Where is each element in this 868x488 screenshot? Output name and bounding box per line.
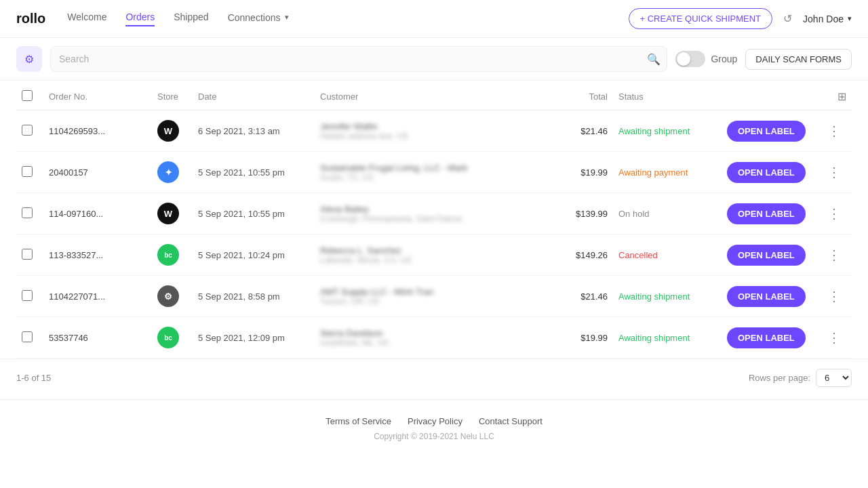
more-menu-cell-0: ⋮ <box>816 110 852 152</box>
store-icon-2: W <box>157 203 179 224</box>
search-wrapper: 🔍 <box>50 46 667 72</box>
column-settings-icon[interactable]: ⊞ <box>837 91 846 102</box>
order-date-3: 5 Sep 2021, 10:24 pm <box>193 235 315 276</box>
navbar-left: rollo Welcome Orders Shipped Connections… <box>16 11 289 26</box>
order-number-5: 53537746 <box>43 317 152 359</box>
rows-per-page-wrap: Rows per page: 6 10 25 50 <box>749 369 852 387</box>
footer-links: Terms of Service Privacy Policy Contact … <box>16 416 852 426</box>
store-icon-cell-2: W <box>152 193 193 235</box>
th-store: Store <box>152 81 193 110</box>
logo: rollo <box>16 11 45 26</box>
table-row: 1104269593... W 6 Sep 2021, 3:13 am Jenn… <box>16 110 852 152</box>
navbar-right: + CREATE QUICK SHIPMENT ↺ John Doe ▾ <box>629 8 852 29</box>
th-checkbox <box>16 81 43 110</box>
customer-name-3: Rebecca L. Sanchez <box>320 245 547 256</box>
more-menu-cell-5: ⋮ <box>816 317 852 359</box>
table-row: 1104227071... ⚙ 5 Sep 2021, 8:58 pm AMT … <box>16 276 852 317</box>
row-checkbox-cell <box>16 317 43 359</box>
status-badge-1: Awaiting payment <box>618 167 688 178</box>
th-order-no: Order No. <box>43 81 152 110</box>
open-label-cell-3: OPEN LABEL <box>722 235 816 276</box>
nav-link-welcome[interactable]: Welcome <box>67 12 106 26</box>
order-date-2: 5 Sep 2021, 10:55 pm <box>193 193 315 235</box>
nav-link-orders[interactable]: Orders <box>125 12 155 26</box>
search-input[interactable] <box>50 46 667 72</box>
customer-addr-2: Cranburgh, Pennsylvania, Saint Patrice <box>320 214 547 224</box>
more-menu-button-4[interactable]: ⋮ <box>822 285 846 307</box>
group-toggle[interactable] <box>675 51 705 67</box>
row-checkbox-cell <box>16 276 43 317</box>
row-checkbox-4[interactable] <box>22 290 33 301</box>
nav-links: Welcome Orders Shipped Connections ▾ <box>67 12 289 26</box>
status-cell-2: On hold <box>613 193 722 235</box>
open-label-button-2[interactable]: OPEN LABEL <box>727 203 806 224</box>
store-icon-3: bc <box>157 244 179 266</box>
table-wrap: Order No. Store Date Customer Total Stat… <box>0 81 868 359</box>
footer-link-support[interactable]: Contact Support <box>479 416 542 426</box>
status-badge-0: Awaiting shipment <box>618 126 690 136</box>
status-cell-4: Awaiting shipment <box>613 276 722 317</box>
customer-name-1: Sustainable Frugal Living, LLC - Mark <box>320 163 547 173</box>
customer-name-2: Alexa Bailey <box>320 204 547 214</box>
open-label-button-1[interactable]: OPEN LABEL <box>727 162 806 183</box>
rows-per-page-select[interactable]: 6 10 25 50 <box>816 369 852 387</box>
row-checkbox-2[interactable] <box>22 207 33 218</box>
more-menu-button-5[interactable]: ⋮ <box>822 327 846 348</box>
open-label-button-4[interactable]: OPEN LABEL <box>727 286 806 307</box>
row-checkbox-cell <box>16 235 43 276</box>
row-checkbox-5[interactable] <box>22 331 33 342</box>
open-label-button-5[interactable]: OPEN LABEL <box>727 327 806 348</box>
nav-link-connections[interactable]: Connections ▾ <box>228 12 290 26</box>
create-shipment-button[interactable]: + CREATE QUICK SHIPMENT <box>629 8 773 29</box>
store-icon-0: W <box>157 120 179 142</box>
open-label-cell-5: OPEN LABEL <box>722 317 816 359</box>
th-total: Total <box>552 81 613 110</box>
more-menu-button-3[interactable]: ⋮ <box>822 244 846 266</box>
more-menu-cell-3: ⋮ <box>816 235 852 276</box>
customer-cell-1: Sustainable Frugal Living, LLC - Mark Au… <box>315 152 552 193</box>
footer-link-privacy[interactable]: Privacy Policy <box>408 416 462 426</box>
more-menu-button-2[interactable]: ⋮ <box>822 203 846 224</box>
nav-link-shipped[interactable]: Shipped <box>174 12 208 26</box>
row-checkbox-0[interactable] <box>22 125 33 136</box>
open-label-button-3[interactable]: OPEN LABEL <box>727 245 806 266</box>
row-checkbox-cell <box>16 152 43 193</box>
pagination-range: 1-6 of 15 <box>16 373 51 383</box>
order-total-5: $19.99 <box>552 317 613 359</box>
logo-text: rollo <box>16 11 45 26</box>
group-label: Group <box>711 54 737 64</box>
orders-table: Order No. Store Date Customer Total Stat… <box>16 81 852 359</box>
status-cell-0: Awaiting shipment <box>613 110 722 152</box>
customer-cell-2: Alexa Bailey Cranburgh, Pennsylvania, Sa… <box>315 193 552 235</box>
user-chevron-icon: ▾ <box>848 14 852 23</box>
toolbar-right: Group DAILY SCAN FORMS <box>675 49 852 70</box>
table-row: 53537746 bc 5 Sep 2021, 12:09 pm Sierra … <box>16 317 852 359</box>
order-date-0: 6 Sep 2021, 3:13 am <box>193 110 315 152</box>
filter-button[interactable]: ⚙ <box>16 46 42 72</box>
navbar: rollo Welcome Orders Shipped Connections… <box>0 0 868 38</box>
more-menu-button-0[interactable]: ⋮ <box>822 120 846 142</box>
customer-name-4: AMT Supply LLC - Minh Tran <box>320 287 547 297</box>
select-all-checkbox[interactable] <box>22 90 33 101</box>
row-checkbox-3[interactable] <box>22 249 33 260</box>
store-icon-5: bc <box>157 327 179 348</box>
row-checkbox-1[interactable] <box>22 166 33 177</box>
customer-name-0: Jennifer Wallin <box>320 121 547 131</box>
table-row: 20400157 ✦ 5 Sep 2021, 10:55 pm Sustaina… <box>16 152 852 193</box>
status-badge-2: On hold <box>618 209 650 219</box>
user-menu[interactable]: John Doe ▾ <box>803 14 852 24</box>
open-label-button-0[interactable]: OPEN LABEL <box>727 121 806 142</box>
scan-forms-button[interactable]: DAILY SCAN FORMS <box>745 49 852 70</box>
refresh-icon[interactable]: ↺ <box>783 12 792 25</box>
open-label-cell-2: OPEN LABEL <box>722 193 816 235</box>
more-menu-button-1[interactable]: ⋮ <box>822 161 846 183</box>
customer-addr-1: Austin, TX, US <box>320 173 547 182</box>
order-number-1: 20400157 <box>43 152 152 193</box>
order-number-4: 1104227071... <box>43 276 152 317</box>
footer-link-terms[interactable]: Terms of Service <box>326 416 391 426</box>
chevron-down-icon: ▾ <box>285 13 289 22</box>
rows-per-page-label: Rows per page: <box>749 373 810 383</box>
more-menu-cell-1: ⋮ <box>816 152 852 193</box>
store-icon-cell-0: W <box>152 110 193 152</box>
search-icon[interactable]: 🔍 <box>647 53 660 66</box>
